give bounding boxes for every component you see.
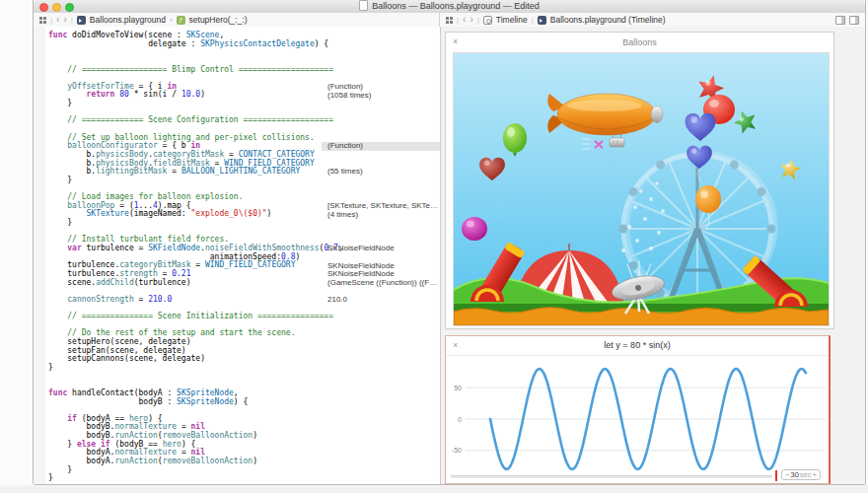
balloon-magenta xyxy=(462,217,487,241)
assistant-editor-icon[interactable] xyxy=(849,16,859,25)
svg-text:50: 50 xyxy=(454,385,462,391)
result-value[interactable]: (Function) xyxy=(322,142,440,151)
live-view-title: Balloons xyxy=(446,33,833,52)
svg-text:-50: -50 xyxy=(452,447,462,454)
editor-pane-buttons xyxy=(835,16,859,25)
close-icon[interactable]: × xyxy=(453,340,458,350)
close-icon[interactable]: × xyxy=(453,36,458,46)
breadcrumb-counterpart[interactable]: Timeline xyxy=(496,15,528,25)
forward-button[interactable]: › xyxy=(63,15,66,25)
desktop xyxy=(0,485,868,493)
playground-file-icon xyxy=(538,16,546,25)
breadcrumb-symbol[interactable]: setupHero(_:_:) xyxy=(189,15,248,25)
live-view-scene xyxy=(453,52,830,326)
code-lines[interactable]: func doDidMoveToView(scene : SKScene, de… xyxy=(48,32,343,483)
result-value[interactable]: (4 times) xyxy=(327,211,440,220)
jump-bars: | ‹ › | Balloons.playground › f setupHer… xyxy=(34,13,865,28)
breadcrumb-file[interactable]: Balloons.playground xyxy=(90,15,166,25)
function-icon: f xyxy=(177,16,185,25)
result-value[interactable]: [SKTexture, SKTexture, SKTe… xyxy=(327,202,440,211)
close-window-button[interactable] xyxy=(39,3,48,12)
result-value[interactable]: SKNoiseFieldNode xyxy=(327,245,440,253)
svg-text:0: 0 xyxy=(458,416,462,423)
chart-header: × let y = 80 * sin(x) xyxy=(446,336,829,356)
traffic-lights xyxy=(39,3,74,12)
playhead[interactable] xyxy=(775,470,777,481)
timeline-icon xyxy=(483,16,492,25)
duration-label: 30sec xyxy=(790,470,811,479)
related-items-icon[interactable] xyxy=(446,17,453,24)
window-title: Balloons — Balloons.playground — Edited xyxy=(34,0,865,13)
back-button[interactable]: ‹ xyxy=(463,15,466,25)
zoom-window-button[interactable] xyxy=(65,3,74,12)
result-value[interactable]: (GameScene ((Function)) ((F… xyxy=(327,279,440,288)
result-value[interactable]: (55 times) xyxy=(327,168,440,176)
breadcrumb-file[interactable]: Balloons.playground (Timeline) xyxy=(550,15,666,25)
live-view-card: × Balloons xyxy=(445,32,834,329)
editor-gutter xyxy=(34,27,45,484)
result-value[interactable]: SKNoiseFieldNode xyxy=(327,262,440,271)
xcode-window: Balloons — Balloons.playground — Edited … xyxy=(33,0,866,485)
live-view-header: × Balloons xyxy=(446,33,833,52)
assistant-pane: × Balloons xyxy=(441,27,865,484)
increase-duration-button[interactable]: + xyxy=(813,470,817,479)
timeline-scrubber: − 30sec + xyxy=(446,468,829,483)
related-items-icon[interactable] xyxy=(39,17,46,24)
chevron-right-icon: › xyxy=(170,16,173,25)
chart-title: let y = 80 * sin(x) xyxy=(446,336,829,354)
source-editor[interactable]: func doDidMoveToView(scene : SKScene, de… xyxy=(34,27,440,484)
result-value[interactable]: 210.0 xyxy=(327,296,440,305)
document-proxy-icon[interactable] xyxy=(359,0,368,11)
result-value[interactable]: (1058 times) xyxy=(327,92,440,101)
back-button[interactable]: ‹ xyxy=(56,15,59,25)
sine-chart: 500-50 xyxy=(446,355,829,470)
standard-editor-icon[interactable] xyxy=(835,16,845,25)
result-value[interactable]: SKNoiseFieldNode xyxy=(327,270,440,279)
minimize-window-button[interactable] xyxy=(52,3,61,12)
chart-card: × let y = 80 * sin(x) 500-50 − 30sec + xyxy=(445,335,831,484)
duration-stepper: − 30sec + xyxy=(781,469,821,480)
decrease-duration-button[interactable]: − xyxy=(785,470,789,479)
jump-bar-right: | ‹ › | Timeline | Balloons.playground (… xyxy=(440,13,865,27)
title-bar: Balloons — Balloons.playground — Edited xyxy=(34,0,865,14)
forward-button[interactable]: › xyxy=(470,15,472,25)
results-column: (Function)(1058 times)(Function)(55 time… xyxy=(322,32,440,484)
scrubber-track[interactable] xyxy=(451,475,772,478)
jump-bar-left: | ‹ › | Balloons.playground › f setupHer… xyxy=(34,13,440,27)
window-content: func doDidMoveToView(scene : SKScene, de… xyxy=(34,27,865,484)
result-value[interactable]: (Function) xyxy=(327,83,440,92)
playground-file-icon xyxy=(77,16,86,25)
